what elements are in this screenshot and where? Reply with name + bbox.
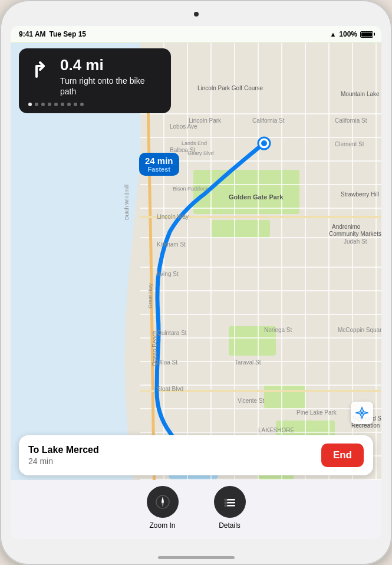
bottom-controls: Zoom In Details <box>11 480 381 539</box>
destination-time: 24 min <box>28 456 99 466</box>
svg-text:Vicente St: Vicente St <box>238 398 265 404</box>
wifi-icon: ▲ <box>330 31 336 38</box>
battery-icon <box>360 31 373 38</box>
svg-marker-80 <box>162 502 164 507</box>
turn-arrow-icon <box>28 59 52 83</box>
zoom-in-label: Zoom In <box>149 521 175 530</box>
svg-text:Lincoln Park Golf Course: Lincoln Park Golf Course <box>197 85 263 91</box>
nav-dot-4[interactable] <box>48 103 51 106</box>
home-indicator[interactable] <box>158 556 235 559</box>
nav-dot-5[interactable] <box>54 103 58 106</box>
svg-point-36 <box>261 140 267 146</box>
location-button[interactable] <box>351 402 373 424</box>
svg-text:Dutch Windmill: Dutch Windmill <box>124 185 130 220</box>
svg-text:Noriega St: Noriega St <box>264 327 292 333</box>
svg-text:Lincoln Park: Lincoln Park <box>189 117 222 124</box>
svg-text:Geary Blvd: Geary Blvd <box>187 150 214 156</box>
details-icon <box>222 494 238 510</box>
details-circle <box>214 486 246 518</box>
svg-point-87 <box>225 504 227 507</box>
svg-text:Andronimo: Andronimo <box>332 224 361 230</box>
svg-rect-4 <box>264 385 305 409</box>
svg-text:Pine Lake Park: Pine Lake Park <box>297 409 337 416</box>
time: 9:41 AM <box>19 30 46 38</box>
route-bubble[interactable]: 24 min Fastest <box>139 153 179 176</box>
nav-dot-6[interactable] <box>61 103 64 106</box>
svg-text:California St: California St <box>252 117 285 124</box>
svg-text:Sloat Blvd: Sloat Blvd <box>157 386 183 392</box>
status-left: 9:41 AM Tue Sep 15 <box>19 30 86 38</box>
svg-text:Mountain Lake: Mountain Lake <box>341 91 380 97</box>
svg-point-85 <box>225 498 227 501</box>
destination-info: To Lake Merced 24 min <box>28 445 99 466</box>
svg-text:Golden Gate Park: Golden Gate Park <box>229 193 284 201</box>
nav-dot-3[interactable] <box>41 103 45 106</box>
nav-dot-7[interactable] <box>67 103 71 106</box>
svg-point-81 <box>162 501 164 503</box>
svg-text:Great Hwy: Great Hwy <box>147 283 153 308</box>
svg-text:California St: California St <box>335 117 367 124</box>
nav-text-block: 0.4 mi Turn right onto the bike path <box>60 57 162 97</box>
destination-to: To Lake Merced <box>28 445 99 455</box>
svg-text:Lobos Ave: Lobos Ave <box>170 123 197 130</box>
nav-instruction: Turn right onto the bike path <box>60 75 162 97</box>
svg-text:Lincoln Way: Lincoln Way <box>157 213 189 220</box>
svg-text:Lands End: Lands End <box>182 140 207 146</box>
battery-percent: 100% <box>339 30 357 38</box>
compass-icon <box>155 494 170 510</box>
location-icon <box>355 406 368 419</box>
nav-card-header: 0.4 mi Turn right onto the bike path <box>28 57 162 97</box>
svg-text:Judah St: Judah St <box>344 238 367 245</box>
camera-dot <box>194 12 199 17</box>
svg-text:Clement St: Clement St <box>335 141 364 147</box>
svg-point-77 <box>361 412 363 414</box>
nav-dot-8[interactable] <box>74 103 77 106</box>
svg-text:McCoppin Square: McCoppin Square <box>338 327 381 333</box>
route-time: 24 min <box>145 156 173 166</box>
details-button[interactable]: Details <box>214 486 246 530</box>
nav-dot-1[interactable] <box>28 103 32 106</box>
svg-text:Kirkham St: Kirkham St <box>157 241 186 248</box>
status-bar: 9:41 AM Tue Sep 15 ▲ 100% <box>11 26 381 42</box>
svg-text:Irving St: Irving St <box>157 271 179 277</box>
svg-point-86 <box>225 501 227 504</box>
battery-fill <box>361 32 372 37</box>
svg-text:Taraval St: Taraval St <box>235 359 261 366</box>
svg-text:LAKESHORE: LAKESHORE <box>258 427 294 433</box>
nav-distance: 0.4 mi <box>60 57 162 74</box>
destination-card: To Lake Merced 24 min End <box>19 435 373 475</box>
bottom-panel: To Lake Merced 24 min End <box>11 435 381 539</box>
nav-card[interactable]: 0.4 mi Turn right onto the bike path <box>19 48 171 113</box>
svg-rect-2 <box>211 220 270 238</box>
route-label: Fastest <box>145 166 173 173</box>
details-label: Details <box>219 521 241 530</box>
end-button[interactable]: End <box>321 444 364 467</box>
svg-text:Strawberry Hill: Strawberry Hill <box>341 191 379 198</box>
svg-text:Ulloa St: Ulloa St <box>157 359 177 366</box>
svg-text:Bison Paddock: Bison Paddock <box>173 186 209 192</box>
nav-dots <box>28 103 162 106</box>
nav-dot-9[interactable] <box>80 103 84 106</box>
date: Tue Sep 15 <box>50 30 86 38</box>
status-right: ▲ 100% <box>330 30 373 38</box>
zoom-in-button[interactable]: Zoom In <box>147 486 179 530</box>
svg-text:Community Markets: Community Markets <box>329 231 381 237</box>
nav-dot-2[interactable] <box>35 103 38 106</box>
zoom-in-circle <box>147 486 179 518</box>
svg-text:Quintara St: Quintara St <box>157 330 187 336</box>
svg-marker-79 <box>162 497 164 501</box>
device-frame: 9:41 AM Tue Sep 15 ▲ 100% <box>0 0 392 565</box>
screen: 9:41 AM Tue Sep 15 ▲ 100% <box>11 26 381 539</box>
